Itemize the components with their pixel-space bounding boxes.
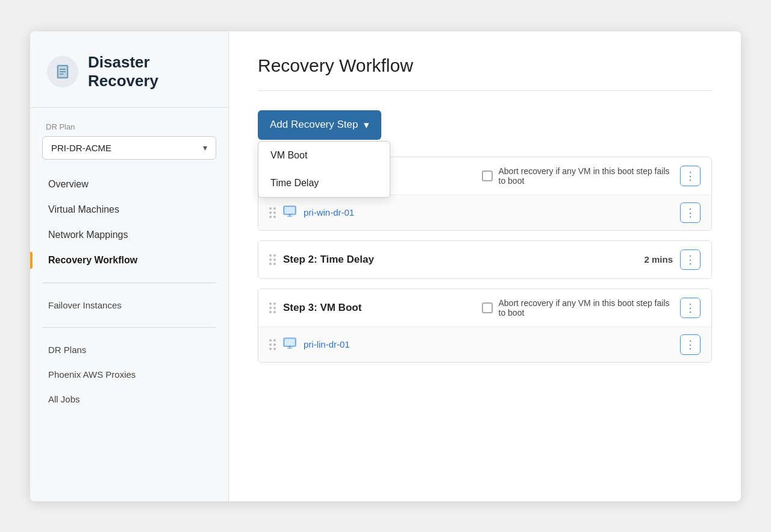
sidebar-item-virtual-machines[interactable]: Virtual Machines [42, 197, 216, 222]
add-step-label: Add Recovery Step [270, 119, 358, 131]
step-2-drag-handle[interactable] [269, 254, 276, 265]
vm-1-drag-handle[interactable] [269, 207, 276, 218]
step-3-title: Step 3: VM Boot [283, 302, 475, 314]
sidebar-divider-2 [42, 327, 216, 328]
dr-plan-label: DR Plan [42, 122, 216, 131]
step-card-3: Step 3: VM Boot Abort recovery if any VM… [258, 289, 712, 363]
dr-plan-value: PRI-DR-ACME [51, 143, 111, 153]
sidebar-item-failover-instances[interactable]: Failover Instances [42, 293, 216, 318]
vm-1-name: pri-win-dr-01 [304, 207, 673, 217]
vm-1-icon [283, 204, 296, 221]
add-step-dropdown: VM Boot Time Delay [258, 141, 390, 198]
vm-2-icon [283, 336, 296, 352]
vm-2-drag-handle[interactable] [269, 339, 276, 350]
dropdown-item-vm-boot[interactable]: VM Boot [258, 142, 390, 169]
step-3-abort-label: Abort recovery if any VM in this boot st… [499, 298, 673, 318]
main-content: Recovery Workflow Add Recovery Step ▾ VM… [229, 31, 741, 501]
add-step-chevron-icon: ▾ [364, 119, 369, 131]
nav-list: Overview Virtual Machines Network Mappin… [42, 172, 216, 273]
step-card-2: Step 2: Time Delay 2 mins ⋮ [258, 240, 712, 279]
page-title: Recovery Workflow [258, 55, 712, 91]
dr-plan-select[interactable]: PRI-DR-ACME ▾ [42, 136, 216, 160]
app-container: Disaster Recovery DR Plan PRI-DR-ACME ▾ … [30, 31, 741, 501]
sidebar-item-phoenix-aws-proxies[interactable]: Phoenix AWS Proxies [42, 362, 216, 387]
sidebar-header: Disaster Recovery [30, 31, 228, 108]
sidebar-item-dr-plans[interactable]: DR Plans [42, 337, 216, 362]
step-2-header: Step 2: Time Delay 2 mins ⋮ [258, 241, 711, 278]
add-recovery-step-button[interactable]: Add Recovery Step ▾ [258, 110, 381, 140]
sidebar-item-all-jobs[interactable]: All Jobs [42, 387, 216, 412]
step-3-abort-wrapper: Abort recovery if any VM in this boot st… [482, 298, 673, 318]
chevron-down-icon: ▾ [203, 143, 207, 152]
step-3-abort-checkbox[interactable] [482, 302, 493, 313]
sidebar-item-network-mappings[interactable]: Network Mappings [42, 222, 216, 248]
step-2-title: Step 2: Time Delay [283, 254, 637, 266]
vm-row-pri-lin-dr-01: pri-lin-dr-01 ⋮ [258, 327, 711, 362]
step-1-abort-checkbox[interactable] [482, 171, 493, 181]
step-2-menu-button[interactable]: ⋮ [680, 249, 701, 270]
sidebar-nav: DR Plan PRI-DR-ACME ▾ Overview Virtual M… [30, 108, 228, 412]
step-3-menu-button[interactable]: ⋮ [680, 298, 701, 318]
dropdown-item-time-delay[interactable]: Time Delay [258, 169, 390, 197]
sidebar-divider [42, 283, 216, 283]
vm-1-menu-button[interactable]: ⋮ [680, 202, 701, 223]
vm-2-name: pri-lin-dr-01 [304, 339, 673, 349]
step-3-drag-handle[interactable] [269, 302, 276, 313]
step-2-duration: 2 mins [644, 254, 673, 264]
sidebar: Disaster Recovery DR Plan PRI-DR-ACME ▾ … [30, 31, 229, 501]
svg-rect-11 [285, 339, 295, 345]
step-1-menu-button[interactable]: ⋮ [680, 166, 701, 186]
app-title: Disaster Recovery [88, 53, 158, 90]
sidebar-item-recovery-workflow[interactable]: Recovery Workflow [42, 248, 216, 273]
step-3-header: Step 3: VM Boot Abort recovery if any VM… [258, 289, 711, 327]
step-1-abort-label: Abort recovery if any VM in this boot st… [499, 166, 673, 186]
sidebar-item-overview[interactable]: Overview [42, 172, 216, 197]
app-logo-icon [47, 56, 78, 87]
step-1-abort-wrapper: Abort recovery if any VM in this boot st… [482, 166, 673, 186]
svg-rect-6 [285, 207, 295, 213]
add-step-wrapper: Add Recovery Step ▾ VM Boot Time Delay [258, 110, 712, 140]
vm-row-pri-win-dr-01: pri-win-dr-01 ⋮ [258, 195, 711, 230]
vm-2-menu-button[interactable]: ⋮ [680, 334, 701, 355]
